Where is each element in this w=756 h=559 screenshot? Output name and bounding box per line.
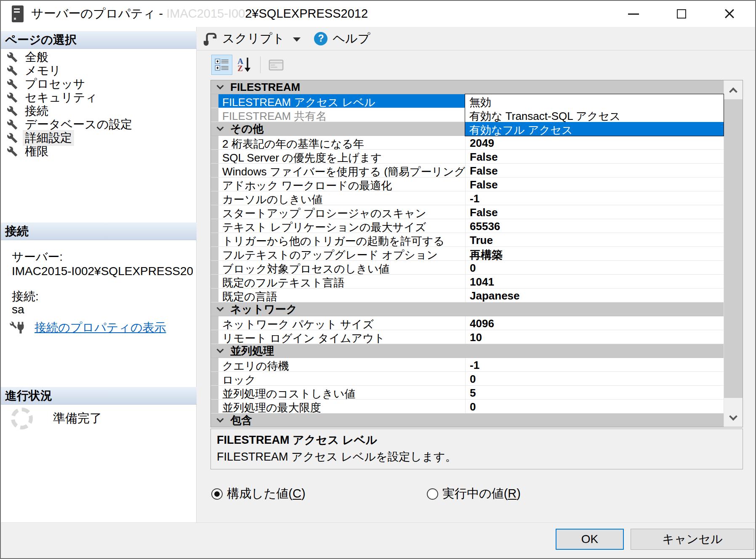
property-pages-icon [269, 58, 284, 71]
property-value[interactable]: False [466, 150, 724, 163]
vertical-scrollbar[interactable] [724, 80, 743, 427]
property-row: 並列処理のコストしきい値5 [211, 386, 724, 400]
cancel-button[interactable]: キャンセル [631, 529, 754, 550]
property-label[interactable]: アドホック ワークロードの最適化 [218, 178, 466, 191]
property-label[interactable]: クエリの待機 [218, 358, 466, 371]
property-label[interactable]: ロック [218, 372, 466, 385]
property-value[interactable]: False [466, 205, 724, 219]
sidebar-item-全般[interactable]: 全般 [3, 50, 194, 64]
property-value[interactable]: 1041 [466, 275, 724, 288]
property-label[interactable]: ネットワーク パケット サイズ [218, 316, 466, 330]
sidebar-item-メモリ[interactable]: メモリ [3, 64, 194, 77]
property-value[interactable]: 10 [466, 330, 724, 344]
property-row: ロック0 [211, 372, 724, 386]
categorized-view-button[interactable] [211, 55, 232, 75]
category-label: 包含 [230, 413, 252, 427]
property-category-row[interactable]: ネットワーク [211, 302, 724, 316]
property-label[interactable]: 2 桁表記の年の基準になる年 [218, 136, 466, 149]
script-icon [202, 31, 217, 46]
property-category-row[interactable]: FILESTREAM [211, 80, 724, 94]
property-value[interactable]: -1 [466, 358, 724, 371]
wrench-icon [7, 146, 18, 157]
property-value[interactable]: Japanese [466, 289, 724, 302]
property-label[interactable]: フルテキストのアップグレード オプション [218, 247, 466, 260]
wrench-icon [7, 132, 18, 143]
property-label[interactable]: トリガーから他のトリガーの起動を許可する [218, 233, 466, 246]
property-value[interactable]: 0 [466, 372, 724, 385]
chevron-down-icon [217, 82, 224, 90]
property-label[interactable]: ブロック対象プロセスのしきい値 [218, 261, 466, 274]
sidebar: ページの選択 全般メモリプロセッサセキュリティ接続データベースの設定詳細設定権限… [1, 27, 197, 522]
close-button[interactable] [718, 4, 741, 24]
maximize-button[interactable] [670, 4, 693, 24]
alphabetical-sort-button[interactable]: AZ [232, 55, 257, 75]
script-button[interactable]: スクリプト [222, 30, 285, 47]
page-list: 全般メモリプロセッサセキュリティ接続データベースの設定詳細設定権限 [3, 50, 194, 158]
wrench-icon [7, 119, 18, 130]
sidebar-item-データベースの設定[interactable]: データベースの設定 [3, 118, 194, 131]
dropdown-option[interactable]: 無効 [465, 94, 724, 108]
category-label: FILESTREAM [230, 81, 300, 94]
property-value[interactable]: 2049 [466, 136, 724, 149]
property-category-row[interactable]: 包含 [211, 413, 724, 427]
property-row: フルテキストのアップグレード オプション再構築 [211, 247, 724, 261]
property-label[interactable]: 既定の言語 [218, 289, 466, 302]
configured-values-radio[interactable]: 構成した値(C) [211, 485, 306, 502]
row-indent [211, 247, 218, 260]
row-indent [211, 316, 218, 330]
property-value[interactable]: True [466, 233, 724, 246]
sidebar-item-プロセッサ[interactable]: プロセッサ [3, 77, 194, 91]
property-value[interactable]: 0 [466, 400, 724, 413]
wrench-icon [7, 65, 18, 76]
scroll-up-button[interactable] [724, 80, 743, 99]
sidebar-item-詳細設定[interactable]: 詳細設定 [3, 131, 194, 145]
property-label[interactable]: テキスト レプリケーションの最大サイズ [218, 219, 466, 233]
property-label[interactable]: リモート ログイン タイムアウト [218, 330, 466, 344]
view-connection-properties-link[interactable]: 接続のプロパティの表示 [35, 320, 166, 336]
property-value[interactable]: 0 [466, 261, 724, 274]
property-category-row[interactable]: 並列処理 [211, 344, 724, 358]
chevron-down-icon [217, 346, 224, 353]
property-value[interactable]: 4096 [466, 316, 724, 330]
property-label[interactable]: カーソルのしきい値 [218, 191, 466, 205]
script-dropdown-caret-icon[interactable] [293, 37, 301, 42]
property-value[interactable]: False [466, 164, 724, 177]
category-label: 並列処理 [230, 344, 274, 358]
property-label[interactable]: スタートアップ プロシージャのスキャン [218, 205, 466, 219]
property-row: ネットワーク パケット サイズ4096 [211, 316, 724, 330]
sidebar-item-接続[interactable]: 接続 [3, 104, 194, 118]
sidebar-item-権限[interactable]: 権限 [3, 145, 194, 158]
ok-button[interactable]: OK [556, 529, 624, 550]
wrench-icon [7, 106, 18, 117]
property-value[interactable]: -1 [466, 191, 724, 205]
property-label[interactable]: SQL Server の優先度を上げます [218, 150, 466, 163]
running-values-radio[interactable]: 実行中の値(R) [427, 485, 521, 502]
property-label[interactable]: 並列処理のコストしきい値 [218, 386, 466, 399]
connection-value: sa [12, 303, 24, 316]
property-value[interactable]: False [466, 178, 724, 191]
dropdown-option[interactable]: 有効なフル アクセス [465, 122, 724, 136]
category-label: その他 [230, 122, 264, 136]
property-value[interactable]: 65536 [466, 219, 724, 233]
row-indent [211, 191, 218, 205]
property-label[interactable]: 並列処理の最大限度 [218, 400, 466, 413]
dropdown-option[interactable]: 有効な Transact-SQL アクセス [465, 108, 724, 122]
property-grid-toolbar: AZ [211, 55, 288, 75]
property-label[interactable]: FILESTREAM アクセス レベル [218, 94, 466, 108]
scroll-down-button[interactable] [724, 408, 743, 427]
property-label[interactable]: FILESTREAM 共有名 [218, 108, 466, 122]
property-label[interactable]: 既定のフルテキスト言語 [218, 275, 466, 288]
connection-section-header: 接続 [1, 223, 197, 240]
property-value[interactable]: 5 [466, 386, 724, 399]
radio-selected-icon [211, 488, 223, 500]
minimize-button[interactable] [622, 4, 645, 24]
property-value[interactable]: 再構築 [466, 247, 724, 260]
filestream-access-level-dropdown: 無効有効な Transact-SQL アクセス有効なフル アクセス [465, 94, 724, 136]
help-button[interactable]: ヘルプ [333, 30, 370, 47]
property-description-panel: FILESTREAM アクセス レベル FILESTREAM アクセス レベルを… [210, 429, 743, 469]
sidebar-item-セキュリティ[interactable]: セキュリティ [3, 91, 194, 104]
property-row: 2 桁表記の年の基準になる年2049 [211, 136, 724, 150]
scrollbar-thumb[interactable] [724, 99, 743, 398]
property-label[interactable]: Windows ファイバーを使用する (簡易プーリング) [218, 164, 466, 177]
property-description-title: FILESTREAM アクセス レベル [217, 432, 737, 448]
